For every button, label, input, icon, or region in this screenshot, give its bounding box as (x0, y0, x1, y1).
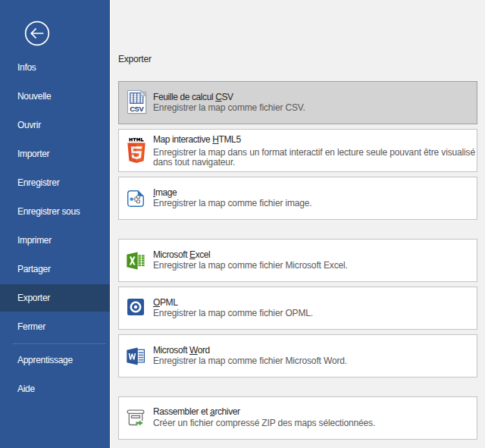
svg-text:CSV: CSV (130, 105, 144, 113)
